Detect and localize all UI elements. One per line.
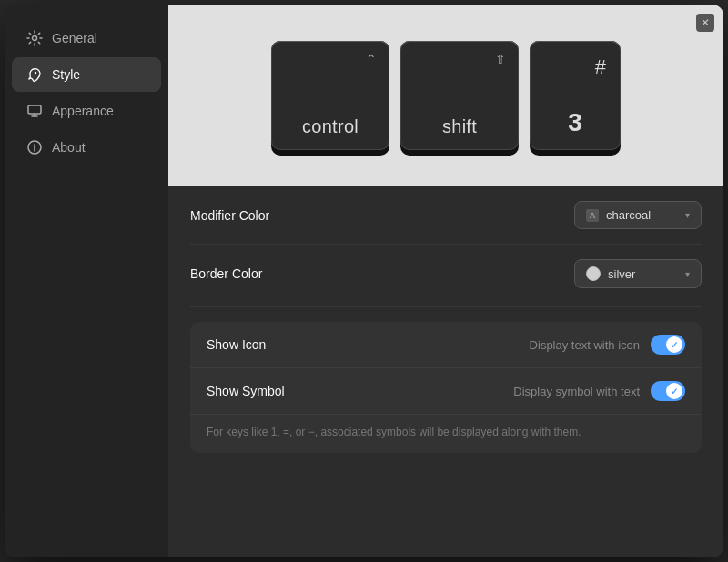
show-icon-description: Display text with icon (530, 338, 640, 352)
modifier-color-row: Modifier Color A charcoal ▾ (190, 186, 702, 245)
show-symbol-toggle[interactable]: ✓ (651, 381, 685, 401)
sidebar-general-label: General (52, 31, 97, 45)
symbol-note: For keys like 1, =, or −, associated sym… (190, 415, 702, 453)
show-symbol-label: Show Symbol (207, 384, 285, 398)
color-settings: Modifier Color A charcoal ▾ Bord (168, 186, 723, 303)
check-icon-2: ✓ (671, 386, 678, 396)
charcoal-icon-text: A (590, 211, 596, 220)
svg-point-1 (35, 72, 36, 74)
close-button[interactable]: ✕ (696, 14, 714, 32)
control-icon-symbol: ⌃ (366, 52, 377, 66)
modifier-color-dropdown[interactable]: A charcoal ▾ (574, 201, 702, 229)
border-color-label: Border Color (190, 266, 262, 281)
show-symbol-row: Show Symbol Display symbol with text ✓ (190, 368, 702, 415)
silver-dot (586, 266, 601, 281)
chevron-down-icon: ▾ (685, 210, 690, 220)
toggle-knob-symbol: ✓ (666, 383, 682, 399)
svg-rect-2 (28, 105, 41, 114)
gear-icon (26, 30, 43, 46)
border-color-control: silver ▾ (574, 259, 702, 288)
svg-point-0 (33, 36, 37, 41)
show-icon-row: Show Icon Display text with icon ✓ (190, 322, 702, 368)
modifier-color-label: Modifier Color (190, 208, 269, 223)
charcoal-icon: A (586, 209, 599, 222)
key-preview-area: ⌃ control ⇧ shift # 3 (168, 5, 723, 186)
show-symbol-description: Display symbol with text (513, 385, 640, 398)
border-color-dropdown[interactable]: silver ▾ (574, 259, 702, 288)
sidebar-item-general[interactable]: General (12, 21, 161, 55)
sidebar-item-style[interactable]: Style (12, 57, 161, 92)
toggle-knob-icon: ✓ (666, 336, 682, 353)
shift-key: ⇧ shift (400, 41, 519, 150)
modifier-color-value: charcoal (606, 208, 651, 222)
check-icon: ✓ (671, 340, 678, 350)
border-color-row: Border Color silver ▾ (190, 245, 702, 303)
info-icon (26, 139, 43, 156)
border-color-value: silver (608, 267, 635, 281)
show-icon-label: Show Icon (207, 337, 266, 352)
control-key: ⌃ control (271, 41, 389, 150)
sidebar: General Style Apperance (5, 5, 168, 557)
app-window: ✕ General Style (5, 5, 723, 557)
shift-icon-symbol: ⇧ (495, 52, 506, 66)
chevron-down-icon-2: ▾ (685, 269, 690, 279)
modifier-color-control: A charcoal ▾ (574, 201, 702, 229)
sidebar-style-label: Style (52, 67, 80, 82)
monitor-icon (26, 103, 43, 119)
sidebar-item-about[interactable]: About (12, 130, 161, 165)
sidebar-about-label: About (52, 140, 86, 155)
sidebar-item-appearance[interactable]: Apperance (12, 94, 161, 128)
shift-key-label: shift (442, 116, 477, 137)
sidebar-appearance-label: Apperance (52, 104, 114, 118)
toggle-section: Show Icon Display text with icon ✓ Show … (190, 322, 702, 453)
hash3-key: # 3 (530, 41, 621, 150)
main-content: ⌃ control ⇧ shift # 3 Modifier Color (168, 5, 723, 557)
divider (190, 306, 702, 307)
number-3: 3 (568, 108, 582, 137)
control-key-label: control (302, 116, 359, 137)
hash-symbol: # (595, 55, 606, 79)
brush-icon (26, 66, 43, 83)
show-icon-toggle[interactable]: ✓ (651, 335, 685, 355)
